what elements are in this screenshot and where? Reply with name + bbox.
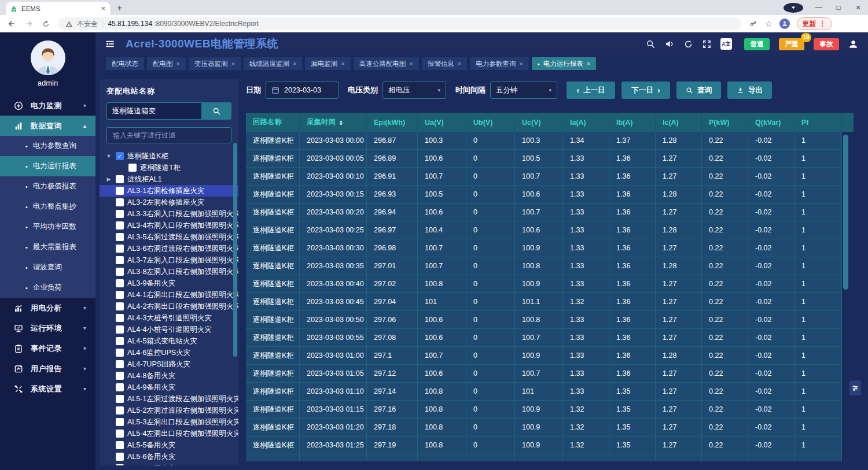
sidebar-subitem[interactable]: •最大需量报表 — [0, 237, 95, 257]
table-settings-toggle[interactable] — [849, 380, 861, 395]
table-row[interactable]: 逐桐隧道K柜2023-03-03 00:20296.94100.60100.71… — [246, 203, 842, 221]
table-scrollbar[interactable] — [843, 135, 848, 290]
export-button[interactable]: 导出 — [727, 82, 772, 99]
alarm-badge-normal[interactable]: 普通 — [744, 38, 770, 50]
tree-checkbox[interactable] — [116, 245, 124, 253]
tree-node[interactable]: AL4-4小桩号引道照明火灾 — [100, 324, 238, 335]
column-header[interactable]: 回路名称 — [246, 113, 300, 132]
reload-icon[interactable] — [42, 20, 50, 28]
tree-node[interactable]: 逐桐隧道T柜 — [100, 162, 238, 173]
tree-node[interactable]: AL4-7UPS回路火灾 — [100, 358, 238, 370]
column-header[interactable]: Ub(V) — [466, 113, 515, 132]
tree-checkbox[interactable]: ✓ — [116, 152, 124, 160]
tree-checkbox[interactable] — [116, 256, 124, 264]
tree-checkbox[interactable] — [116, 441, 124, 449]
tree-node[interactable]: AL3-3右洞入口段左侧加强照明火灾 — [100, 208, 238, 220]
alarm-badge-accident[interactable]: 事故 — [814, 38, 839, 50]
translate-icon[interactable]: A文 — [720, 38, 732, 50]
table-row[interactable]: 逐桐隧道K柜2023-03-03 00:30296.98100.70100.91… — [246, 239, 842, 257]
sidebar-item-event-log[interactable]: 事件记录▾ — [0, 338, 95, 358]
tree-node[interactable]: AL4-9备用火灾 — [100, 382, 238, 393]
tree-checkbox[interactable] — [116, 372, 124, 380]
tree-checkbox[interactable] — [116, 349, 124, 357]
tree-node[interactable]: AL4-2右洞出口段右侧加强照明火灾 — [100, 301, 238, 312]
sidebar-item-power-monitoring[interactable]: 电力监测▾ — [0, 95, 95, 116]
table-row[interactable]: 逐桐隧道K柜2023-03-03 01:15297.16100.80100.91… — [246, 401, 842, 419]
tab-close-icon[interactable]: × — [341, 60, 344, 67]
tree-node[interactable]: AL5-4左洞出口段右侧加强照明火灾 — [100, 428, 238, 439]
expander-closed-icon[interactable]: ▶ — [105, 176, 112, 182]
column-header[interactable]: Epi(kWh) — [367, 113, 418, 132]
browser-profile-avatar[interactable] — [779, 18, 790, 29]
fullscreen-icon[interactable] — [702, 39, 712, 49]
station-search-input[interactable] — [106, 102, 201, 120]
tree-checkbox[interactable] — [116, 406, 124, 415]
tab-close-icon[interactable]: × — [409, 60, 413, 67]
column-header[interactable]: 采集时间▲▼ — [300, 113, 367, 132]
sidebar-subitem[interactable]: •平均功率因数 — [0, 217, 95, 237]
tree-node[interactable]: AL3-2左洞检修插座火灾 — [100, 197, 238, 208]
tree-node[interactable]: AL5-2左洞过渡段右侧加强照明火灾 — [100, 405, 238, 416]
column-header[interactable]: Ia(A) — [563, 113, 609, 132]
table-row[interactable]: 逐桐隧道K柜2023-03-03 01:10297.14100.801011.3… — [246, 383, 842, 401]
new-tab-button[interactable]: + — [117, 3, 122, 15]
sort-icon[interactable]: ▲▼ — [339, 120, 343, 125]
sidebar-subitem[interactable]: •电力极值报表 — [0, 176, 95, 197]
tree-checkbox[interactable] — [116, 210, 124, 218]
workspace-tab-7[interactable]: 报警信息× — [422, 57, 467, 70]
user-icon[interactable] — [848, 39, 859, 50]
tree-checkbox[interactable] — [128, 164, 137, 172]
column-header[interactable]: Ic(A) — [656, 113, 702, 132]
tree-checkbox[interactable] — [116, 453, 124, 461]
tree-node[interactable]: AL4-3大桩号引道照明火灾 — [100, 312, 238, 324]
table-row[interactable]: 逐桐隧道K柜2023-03-03 00:25296.97100.40100.61… — [246, 221, 842, 239]
tree-node[interactable]: AL3-9备用火灾 — [100, 277, 238, 289]
date-input[interactable]: 2023-03-03 — [266, 82, 339, 99]
tree-checkbox[interactable] — [116, 187, 124, 195]
tree-node[interactable]: AL5-6备用火灾 — [100, 451, 238, 462]
tree-node[interactable]: AL4-8备用火灾 — [100, 370, 238, 382]
alarm-badge-severe[interactable]: 严重19 — [779, 38, 804, 50]
tree-node[interactable]: AL3-1右洞检修插座火灾 — [100, 185, 238, 197]
back-icon[interactable] — [7, 19, 16, 28]
tree-node[interactable]: AL4-5箱式变电站火灾 — [100, 335, 238, 347]
sidebar-item-usage-analysis[interactable]: 用电分析▾ — [0, 298, 95, 318]
tree-checkbox[interactable] — [116, 383, 124, 391]
tree-checkbox[interactable] — [116, 221, 124, 230]
tree-filter-input[interactable] — [106, 127, 231, 143]
tree-checkbox[interactable] — [116, 175, 124, 183]
workspace-tab-3[interactable]: 变压器监测× — [189, 57, 241, 70]
tree-checkbox[interactable] — [116, 430, 124, 438]
interval-select[interactable]: 五分钟 ▾ — [490, 82, 557, 99]
sidebar-subitem[interactable]: •电力参数查询 — [0, 136, 95, 156]
tab-close-icon[interactable]: × — [231, 60, 234, 67]
table-row[interactable]: 逐桐隧道K柜2023-03-03 00:00296.87100.30100.31… — [246, 132, 842, 150]
menu-toggle-icon[interactable] — [105, 39, 115, 49]
table-row[interactable]: 逐桐隧道K柜2023-03-03 00:05296.89100.60100.51… — [246, 150, 842, 168]
sidebar-item-data-query[interactable]: 数据查询▴ — [0, 116, 95, 136]
workspace-tab-4[interactable]: 线缆温度监测× — [244, 57, 302, 70]
tree-checkbox[interactable] — [116, 198, 124, 206]
column-header[interactable]: Ib(A) — [609, 113, 656, 132]
tab-close-icon[interactable]: × — [293, 60, 296, 67]
table-row[interactable]: 逐桐隧道K柜2023-03-03 00:55297.08100.60100.71… — [246, 329, 842, 347]
table-row[interactable]: 逐桐隧道K柜2023-03-03 00:15296.93100.50100.61… — [246, 186, 842, 203]
speaker-icon[interactable] — [664, 39, 675, 49]
tree-checkbox[interactable] — [116, 325, 124, 334]
table-row[interactable]: 逐桐隧道K柜2023-03-03 01:05297.12100.60100.71… — [246, 365, 842, 383]
tree-node[interactable]: AL5-5备用火灾 — [100, 439, 238, 451]
tree-checkbox[interactable] — [116, 314, 124, 322]
tree-node[interactable]: AL3-8左洞入口段右侧加强照明火灾 — [100, 266, 238, 277]
browser-global-media-icon[interactable] — [784, 3, 803, 13]
sidebar-item-system-settings[interactable]: 系统设置▾ — [0, 379, 95, 399]
table-row[interactable]: 逐桐隧道K柜2023-03-03 01:00297.1100.70100.91.… — [246, 347, 842, 365]
tab-close-icon[interactable]: × — [101, 4, 105, 13]
tree-checkbox[interactable] — [116, 268, 124, 276]
table-row[interactable]: 逐桐隧道K柜2023-03-03 00:10296.91100.70100.71… — [246, 168, 842, 186]
tree-checkbox[interactable] — [116, 360, 124, 368]
tree-node[interactable]: ▶进线柜AL1 — [100, 173, 238, 185]
tree-checkbox[interactable] — [116, 302, 124, 310]
tab-close-icon[interactable]: × — [458, 60, 461, 67]
table-row[interactable]: 逐桐隧道K柜2023-03-03 00:45297.041010101.11.3… — [246, 293, 842, 311]
table-row[interactable]: 逐桐隧道K柜2023-03-03 00:35297.01100.70100.81… — [246, 257, 842, 275]
